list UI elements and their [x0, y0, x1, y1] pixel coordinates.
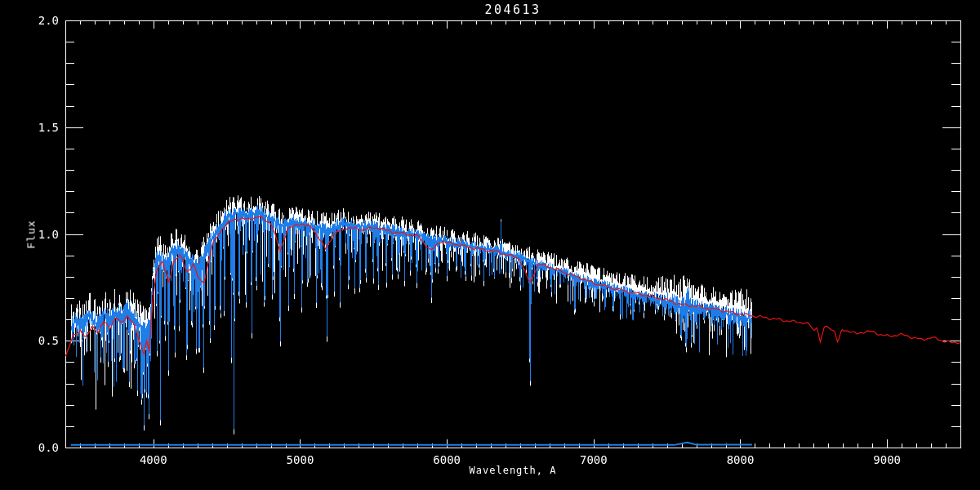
x-tick-label: 8000: [714, 454, 766, 466]
x-axis-label: Wavelength, A: [65, 465, 960, 476]
y-tick-label: 2.0: [23, 15, 59, 26]
spectrum-figure: 204613 Flux Wavelength, A 40005000600070…: [0, 0, 980, 490]
x-tick-label: 9000: [861, 454, 913, 466]
y-tick-label: 0.0: [23, 442, 59, 453]
x-tick-label: 6000: [421, 454, 473, 466]
y-tick-label: 0.5: [23, 335, 59, 346]
y-tick-label: 1.5: [23, 122, 59, 133]
x-tick-label: 4000: [127, 454, 180, 466]
x-tick-label: 7000: [568, 454, 620, 466]
spectrum-plot-canvas: [0, 0, 980, 490]
y-tick-label: 1.0: [23, 229, 59, 240]
plot-title: 204613: [65, 2, 960, 17]
x-tick-label: 5000: [274, 454, 326, 466]
